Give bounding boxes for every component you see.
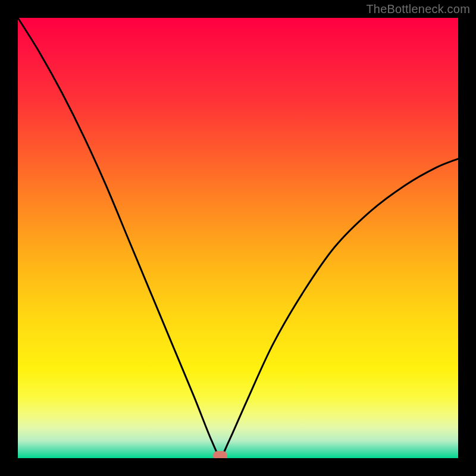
plot-area <box>18 18 458 458</box>
optimum-marker <box>213 451 227 458</box>
chart-frame: TheBottleneck.com <box>0 0 476 476</box>
bottleneck-curve <box>18 18 458 456</box>
watermark-text: TheBottleneck.com <box>366 2 470 16</box>
bottleneck-curve-svg <box>18 18 458 458</box>
